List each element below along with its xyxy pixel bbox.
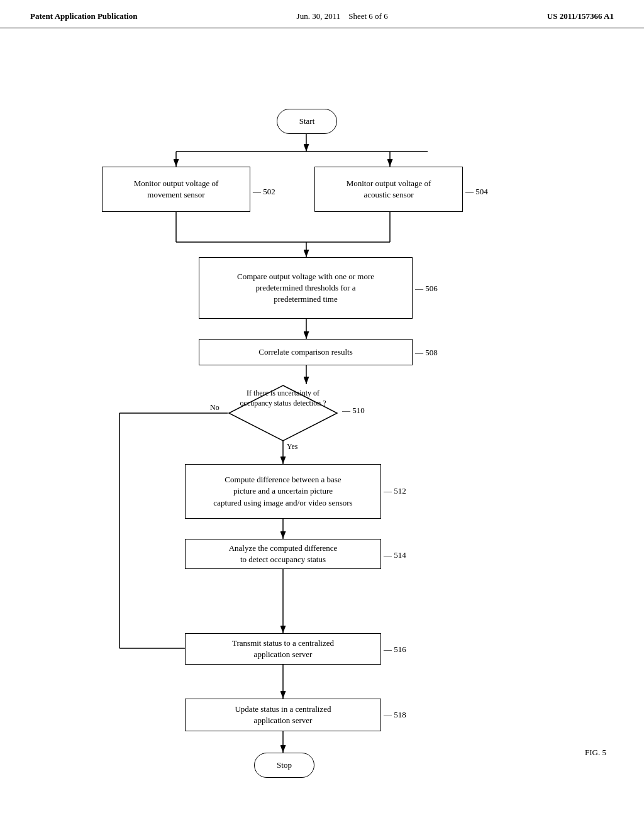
header-right: US 2011/157366 A1 [547, 11, 614, 21]
box-518-label: Update status in a centralizedapplicatio… [235, 704, 331, 726]
box-506: Compare output voltage with one or morep… [199, 257, 413, 319]
label-516: — 516 [384, 645, 406, 655]
flowchart: Start Monitor output voltage ofmovement … [0, 28, 644, 795]
start-oval: Start [277, 109, 337, 134]
box-516-label: Transmit status to a centralizedapplicat… [232, 638, 334, 660]
label-504: — 504 [465, 187, 488, 197]
label-508: — 508 [415, 348, 438, 358]
yes-label: Yes [287, 442, 297, 451]
page: Patent Application Publication Jun. 30, … [0, 0, 644, 830]
label-518: — 518 [384, 710, 406, 720]
no-label: No [210, 403, 219, 412]
box-518: Update status in a centralizedapplicatio… [185, 699, 381, 731]
box-514-label: Analyze the computed differenceto detect… [229, 543, 338, 565]
box-508-label: Correlate comparison results [258, 346, 352, 358]
box-504: Monitor output voltage ofacoustic sensor [314, 167, 463, 212]
box-506-label: Compare output voltage with one or morep… [237, 271, 374, 306]
stop-label: Stop [277, 760, 292, 770]
page-header: Patent Application Publication Jun. 30, … [0, 0, 644, 28]
start-label: Start [299, 116, 315, 126]
box-502: Monitor output voltage ofmovement sensor [102, 167, 250, 212]
header-center: Jun. 30, 2011 Sheet 6 of 6 [297, 11, 388, 21]
box-504-label: Monitor output voltage ofacoustic sensor [347, 178, 431, 201]
label-506: — 506 [415, 284, 438, 294]
label-512: — 512 [384, 486, 406, 496]
stop-oval: Stop [254, 753, 314, 778]
box-512-label: Compute difference between a basepicture… [213, 474, 352, 509]
label-514: — 514 [384, 550, 406, 560]
box-516: Transmit status to a centralizedapplicat… [185, 633, 381, 665]
header-left: Patent Application Publication [30, 11, 137, 21]
label-510: — 510 [342, 406, 365, 416]
fig-label: FIG. 5 [585, 748, 606, 758]
box-514: Analyze the computed differenceto detect… [185, 539, 381, 569]
box-512: Compute difference between a basepicture… [185, 464, 381, 519]
box-508: Correlate comparison results [199, 339, 413, 365]
box-502-label: Monitor output voltage ofmovement sensor [134, 178, 219, 201]
label-502: — 502 [253, 187, 275, 197]
